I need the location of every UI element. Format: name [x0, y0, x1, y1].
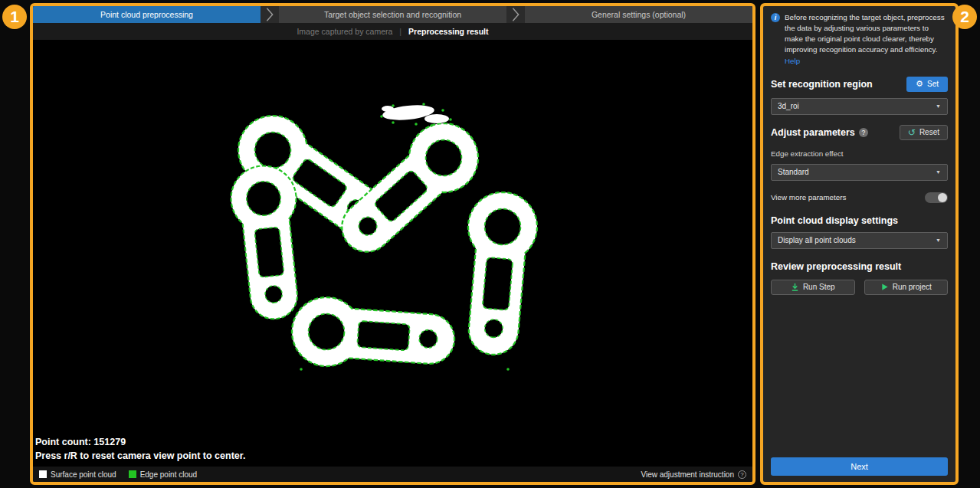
- point-cloud-parts: [225, 102, 539, 375]
- roi-dropdown-value: 3d_roi: [778, 102, 799, 110]
- surface-legend-label: Surface point cloud: [51, 470, 116, 479]
- view-adjustment-link[interactable]: View adjustment instruction ?: [641, 470, 746, 479]
- caret-down-icon: ▼: [936, 237, 941, 243]
- edge-extraction-label: Edge extraction effect: [771, 149, 948, 158]
- run-project-icon: [880, 283, 889, 291]
- edge-legend-label: Edge point cloud: [140, 470, 198, 479]
- step-point-cloud-preprocessing[interactable]: Point cloud preprocessing: [33, 6, 261, 23]
- roi-dropdown[interactable]: 3d_roi ▼: [771, 98, 948, 115]
- point-cloud-canvas: [33, 40, 752, 467]
- surface-swatch: [39, 470, 47, 478]
- run-step-button[interactable]: Run Step: [771, 280, 855, 295]
- annotation-badge-2: 2: [952, 5, 977, 29]
- toggle-knob: [938, 193, 947, 202]
- gear-icon: ⚙: [916, 80, 923, 88]
- settings-panel: i Before recognizing the target object, …: [760, 3, 959, 485]
- panel-spacer: [771, 295, 948, 457]
- tab-preprocessing-result[interactable]: Preprocessing result: [408, 27, 488, 36]
- section-title-set-recognition-region: Set recognition region: [771, 79, 873, 90]
- section-title-point-cloud-display: Point cloud display settings: [771, 215, 948, 226]
- point-count-label: Point count: 151279: [35, 435, 245, 450]
- edge-swatch: [129, 470, 136, 478]
- step-general-settings[interactable]: General settings (optional): [525, 6, 752, 23]
- info-text: Before recognizing the target object, pr…: [785, 13, 945, 54]
- section-title-review-result: Review preprocessing result: [771, 261, 948, 272]
- view-more-toggle[interactable]: [925, 192, 948, 203]
- tab-divider: |: [399, 27, 402, 36]
- reset-hint-label: Press r/R to reset camera view point to …: [35, 449, 245, 463]
- view-adjustment-label: View adjustment instruction: [641, 470, 734, 479]
- tab-image-captured-by-camera[interactable]: Image captured by camera: [297, 27, 392, 36]
- view-more-parameters-label: View more parameters: [771, 193, 846, 201]
- edge-extraction-dropdown[interactable]: Standard ▼: [771, 164, 948, 181]
- legend-edge-point-cloud: Edge point cloud: [129, 470, 198, 479]
- chevron-right-icon: [506, 6, 525, 23]
- set-button-label: Set: [927, 80, 939, 88]
- chevron-right-icon: [261, 6, 279, 23]
- run-project-button[interactable]: Run project: [864, 280, 949, 295]
- run-project-label: Run project: [893, 283, 932, 291]
- caret-down-icon: ▼: [936, 169, 941, 175]
- reset-button-label: Reset: [919, 128, 939, 136]
- step-target-object-selection[interactable]: Target object selection and recognition: [279, 6, 506, 23]
- display-settings-value: Display all point clouds: [778, 236, 856, 244]
- question-icon[interactable]: ?: [859, 128, 868, 137]
- set-region-button[interactable]: ⚙ Set: [906, 77, 948, 92]
- info-icon: i: [771, 13, 780, 22]
- reset-icon: ↺: [908, 128, 916, 137]
- caret-down-icon: ▼: [936, 103, 941, 109]
- display-settings-dropdown[interactable]: Display all point clouds ▼: [771, 232, 948, 249]
- reset-button[interactable]: ↺ Reset: [900, 125, 948, 140]
- main-view-region: Point cloud preprocessing Target object …: [30, 3, 755, 485]
- section-title-adjust-parameters: Adjust parameters: [771, 127, 855, 138]
- run-step-icon: [791, 283, 799, 291]
- next-button[interactable]: Next: [771, 457, 948, 476]
- help-icon[interactable]: ?: [738, 470, 746, 479]
- point-cloud-viewer[interactable]: Point count: 151279 Press r/R to reset c…: [33, 40, 752, 467]
- viewer-statusbar: Surface point cloud Edge point cloud Vie…: [33, 467, 752, 482]
- screenshot-root: 1 2 Point cloud preprocessing Target obj…: [0, 0, 980, 488]
- annotation-badge-1: 1: [2, 5, 27, 29]
- wizard-stepper: Point cloud preprocessing Target object …: [33, 6, 752, 23]
- viewer-tabbar: Image captured by camera | Preprocessing…: [33, 23, 752, 40]
- run-step-label: Run Step: [803, 283, 835, 291]
- edge-extraction-value: Standard: [778, 168, 809, 176]
- viewer-overlay-text: Point count: 151279 Press r/R to reset c…: [35, 435, 245, 464]
- info-banner: i Before recognizing the target object, …: [771, 12, 948, 67]
- help-link[interactable]: Help: [785, 56, 948, 67]
- legend-surface-point-cloud: Surface point cloud: [39, 470, 116, 479]
